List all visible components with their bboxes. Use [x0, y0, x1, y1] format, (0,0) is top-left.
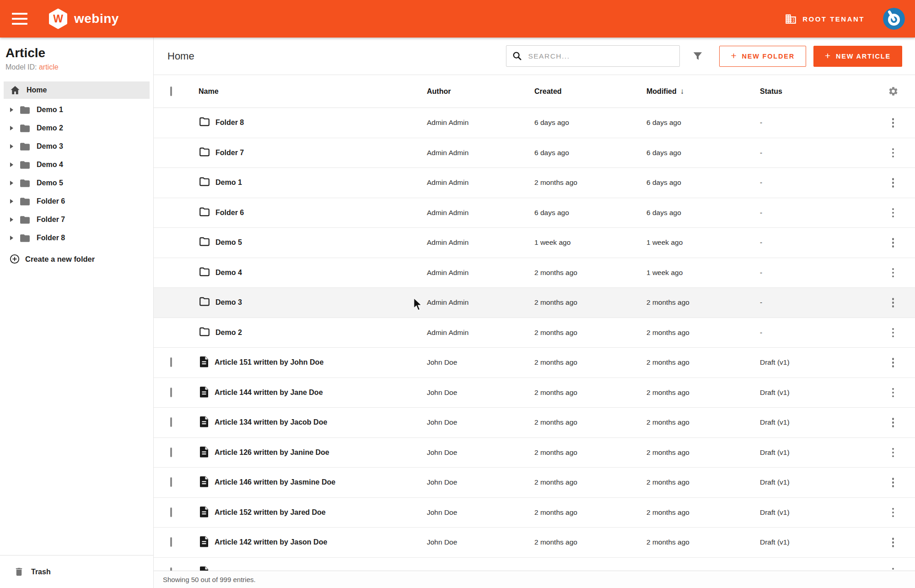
tenant-selector[interactable]: ROOT TENANT: [785, 13, 865, 25]
row-actions-menu-button[interactable]: [890, 416, 896, 429]
trash-button[interactable]: Trash: [0, 555, 153, 588]
table-row[interactable]: Article 134 written by Jacob Doe John Do…: [154, 408, 915, 438]
new-article-button[interactable]: + NEW ARTICLE: [813, 46, 902, 67]
filter-button[interactable]: [687, 46, 708, 67]
row-checkbox[interactable]: [170, 417, 172, 427]
folder-icon: [199, 146, 210, 160]
sidebar-item-home[interactable]: Home: [4, 81, 150, 99]
row-actions-menu-button[interactable]: [890, 536, 896, 549]
row-created: 6 days ago: [534, 149, 646, 157]
table-row[interactable]: Article 146 written by Jasmine Doe John …: [154, 468, 915, 498]
table-row[interactable]: Demo 4 Admin Admin 2 months ago 1 week a…: [154, 258, 915, 288]
chevron-right-icon[interactable]: [10, 236, 13, 240]
row-actions-menu-button[interactable]: [890, 296, 896, 309]
chevron-right-icon[interactable]: [10, 144, 13, 149]
chevron-right-icon[interactable]: [10, 181, 13, 185]
new-article-label: NEW ARTICLE: [836, 53, 891, 60]
row-actions-menu-button[interactable]: [890, 386, 896, 399]
row-actions-menu-button[interactable]: [890, 146, 896, 160]
row-actions-menu-button[interactable]: [890, 446, 896, 459]
table-row[interactable]: Folder 8 Admin Admin 6 days ago 6 days a…: [154, 108, 915, 138]
table-row[interactable]: Article 144 written by Jane Doe John Doe…: [154, 378, 915, 408]
table-row[interactable]: Demo 3 Admin Admin 2 months ago 2 months…: [154, 288, 915, 318]
chevron-right-icon[interactable]: [10, 199, 13, 204]
row-name: Demo 5: [215, 238, 242, 247]
row-actions-menu-button[interactable]: [890, 326, 896, 340]
hamburger-menu-icon[interactable]: [12, 13, 27, 25]
column-header-created[interactable]: Created: [534, 87, 646, 96]
row-status: Draft (v1): [760, 538, 878, 546]
column-header-author[interactable]: Author: [427, 87, 534, 96]
chevron-right-icon[interactable]: [10, 108, 13, 112]
column-header-status[interactable]: Status: [760, 87, 878, 96]
row-actions-menu-button[interactable]: [890, 206, 896, 220]
row-status: -: [760, 209, 878, 217]
table-row[interactable]: Demo 5 Admin Admin 1 week ago 1 week ago…: [154, 228, 915, 258]
chevron-right-icon[interactable]: [10, 162, 13, 167]
folder-icon: [199, 116, 210, 129]
row-created: 2 months ago: [534, 388, 646, 397]
row-checkbox[interactable]: [170, 507, 172, 517]
table-row[interactable]: Article 126 written by Janine Doe John D…: [154, 438, 915, 468]
trash-label: Trash: [31, 568, 51, 576]
folder-tree-item[interactable]: Demo 5: [0, 174, 153, 192]
table-row[interactable]: Article 151 written by John Doe John Doe…: [154, 348, 915, 378]
model-id: Model ID: article: [5, 63, 148, 71]
row-status: Draft (v1): [760, 388, 878, 397]
row-name: Article 142 written by Jason Doe: [215, 538, 327, 546]
table-row[interactable]: Article 142 written by Jason Doe John Do…: [154, 528, 915, 558]
new-folder-button[interactable]: + NEW FOLDER: [719, 46, 806, 67]
folder-icon: [19, 178, 31, 189]
select-all-checkbox[interactable]: [170, 86, 172, 96]
row-checkbox[interactable]: [170, 357, 172, 367]
row-actions-menu-button[interactable]: [890, 476, 896, 489]
row-checkbox[interactable]: [170, 388, 172, 397]
user-avatar[interactable]: [883, 8, 905, 30]
folder-tree-item[interactable]: Demo 1: [0, 101, 153, 119]
row-name: Folder 6: [215, 209, 244, 217]
row-actions-menu-button[interactable]: [890, 116, 896, 129]
table-row[interactable]: Article 152 written by Jared Doe John Do…: [154, 498, 915, 528]
folder-tree-label: Demo 5: [37, 179, 63, 187]
folder-tree-item[interactable]: Folder 7: [0, 210, 153, 229]
table-settings-button[interactable]: [888, 86, 899, 97]
folder-tree-item[interactable]: Demo 2: [0, 119, 153, 137]
table-row[interactable]: Folder 7 Admin Admin 6 days ago 6 days a…: [154, 138, 915, 168]
page-title: Home: [167, 50, 194, 62]
row-actions-menu-button[interactable]: [890, 506, 896, 519]
row-checkbox[interactable]: [170, 477, 172, 487]
chevron-right-icon[interactable]: [10, 217, 13, 222]
search-input[interactable]: [528, 52, 674, 60]
row-actions-menu-button[interactable]: [890, 176, 896, 189]
document-icon: [199, 356, 210, 369]
top-app-bar: W webiny ROOT TENANT: [0, 0, 915, 38]
table-row[interactable]: Demo 1 Admin Admin 2 months ago 6 days a…: [154, 168, 915, 198]
create-folder-button[interactable]: Create a new folder: [0, 249, 153, 269]
table-header: Name Author Created Modified ↓ Status: [154, 75, 915, 108]
table-row[interactable]: Demo 2 Admin Admin 2 months ago 2 months…: [154, 318, 915, 348]
row-checkbox[interactable]: [170, 537, 172, 547]
table-row[interactable]: Folder 6 Admin Admin 6 days ago 6 days a…: [154, 198, 915, 228]
row-author: John Doe: [427, 388, 534, 397]
row-author: John Doe: [427, 478, 534, 486]
row-status: Draft (v1): [760, 478, 878, 486]
row-actions-menu-button[interactable]: [890, 356, 896, 369]
row-actions-menu-button[interactable]: [890, 236, 896, 249]
folder-tree-item[interactable]: Folder 8: [0, 229, 153, 247]
column-header-modified[interactable]: Modified ↓: [646, 87, 760, 96]
row-created: 2 months ago: [534, 508, 646, 517]
model-id-value: article: [39, 63, 59, 71]
folder-icon: [19, 141, 31, 152]
folder-tree-item[interactable]: Demo 4: [0, 156, 153, 174]
folder-tree-item[interactable]: Folder 6: [0, 192, 153, 210]
folder-icon: [19, 232, 31, 244]
row-status: -: [760, 298, 878, 307]
folder-tree-item[interactable]: Demo 3: [0, 137, 153, 156]
row-checkbox[interactable]: [170, 448, 172, 457]
column-header-name[interactable]: Name: [199, 87, 427, 96]
row-actions-menu-button[interactable]: [890, 266, 896, 280]
chevron-right-icon[interactable]: [10, 126, 13, 130]
folder-icon: [199, 296, 210, 309]
row-name: Article 151 written by John Doe: [215, 358, 323, 367]
sort-desc-icon: ↓: [680, 87, 684, 96]
